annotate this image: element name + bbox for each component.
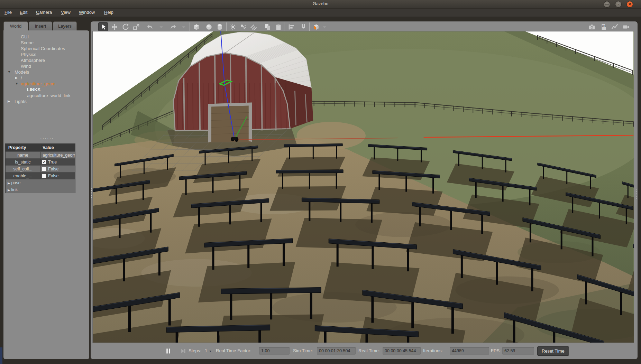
property-value: ✓True	[40, 159, 75, 165]
tree-item-agriculture-geom[interactable]: ▼agriculture_geom	[3, 81, 89, 87]
gazebo-window: Gazebo — ▫ ✕ FileEditCameraViewWindowHel…	[0, 0, 641, 364]
pause-button[interactable]	[165, 347, 172, 355]
steps-value[interactable]: 1	[205, 348, 207, 353]
step-icon	[180, 347, 187, 355]
property-table-header: PropertyValue	[6, 144, 75, 151]
insert-sphere-tool[interactable]	[204, 22, 214, 31]
property-value: False	[40, 172, 75, 179]
screenshot-button[interactable]	[587, 22, 597, 31]
tab-insert[interactable]: Insert	[29, 21, 52, 30]
tree-item-label: Models	[15, 69, 29, 75]
tree-item-gui[interactable]: GUI	[3, 34, 89, 40]
table-row-pose[interactable]: ▶ pose	[6, 179, 75, 186]
tree-item-physics[interactable]: Physics	[3, 52, 89, 58]
tab-layers[interactable]: Layers	[53, 21, 77, 30]
table-row-self_coll[interactable]: self_coll...False	[6, 165, 75, 172]
log-record-button[interactable]: LOG	[599, 22, 608, 31]
checkbox-value-label: True	[48, 159, 57, 165]
real-time-factor-value[interactable]: 1.00	[259, 347, 290, 355]
rotate-tool[interactable]	[121, 22, 130, 31]
paste-button[interactable]	[274, 22, 283, 31]
scale-tool[interactable]	[131, 22, 141, 31]
chevron-right-icon[interactable]: ▶	[15, 76, 18, 80]
undo-history-dropdown[interactable]	[158, 22, 163, 31]
close-icon[interactable]: ✕	[626, 1, 633, 8]
right-splitter-handle[interactable]	[636, 189, 637, 199]
table-row-name[interactable]: nameagriculture_geom	[6, 151, 75, 158]
select-icon	[100, 24, 107, 31]
table-row-enable_[interactable]: enable_...False	[6, 172, 75, 179]
insert-box-tool[interactable]	[192, 22, 201, 31]
video-icon	[622, 23, 630, 31]
step-button[interactable]	[180, 347, 187, 355]
menu-window[interactable]: Window	[79, 10, 95, 15]
reset-time-button[interactable]: Reset Time	[537, 346, 569, 356]
steps-label: Steps:	[189, 348, 201, 353]
checkbox-unchecked-icon[interactable]	[42, 167, 46, 171]
tree-item--[interactable]: ▶/	[3, 75, 89, 81]
undo-button[interactable]	[145, 22, 155, 31]
tree-item-scene[interactable]: Scene	[3, 40, 89, 46]
toolbar-separator	[260, 22, 260, 31]
copy-button[interactable]	[263, 22, 273, 31]
group-row-label: ▶ link	[6, 186, 75, 193]
redo-button[interactable]	[168, 22, 178, 31]
pause-icon	[165, 347, 172, 355]
align-tool[interactable]	[286, 22, 296, 31]
minimize-icon[interactable]: —	[604, 1, 610, 8]
toolbar-separator	[190, 22, 190, 31]
directional-light-icon	[250, 23, 257, 31]
panel-splitter-handle[interactable]: ······	[39, 137, 55, 140]
menu-edit[interactable]: Edit	[20, 10, 27, 15]
viewport-3d-scene[interactable]	[92, 31, 634, 343]
tree-item-spherical-coordinates[interactable]: Spherical Coordinates	[3, 46, 89, 52]
tree-item-atmosphere[interactable]: Atmosphere	[3, 58, 89, 64]
tab-world[interactable]: World	[3, 21, 28, 31]
fps-label: FPS:	[491, 348, 501, 353]
menu-camera[interactable]: Camera	[36, 10, 52, 15]
tree-item-label: LINKS	[27, 87, 40, 92]
checkbox-unchecked-icon[interactable]	[42, 174, 46, 178]
menu-view[interactable]: View	[61, 10, 71, 15]
snap-tool[interactable]	[299, 22, 308, 31]
chevron-down-icon[interactable]: ▼	[15, 82, 18, 85]
chevron-right-icon[interactable]: ▶	[8, 188, 10, 192]
tree-item-label: agriculture_world_link	[27, 93, 71, 98]
maximize-icon[interactable]: ▫	[615, 1, 622, 8]
iterations-label: Iterations:	[423, 348, 443, 353]
tree-item-wind[interactable]: Wind	[3, 64, 89, 69]
insert-cylinder-tool[interactable]	[215, 22, 225, 31]
tree-item-models[interactable]: ▼Models	[3, 69, 89, 75]
left-splitter-handle[interactable]	[91, 188, 92, 198]
tree-item-label: Spherical Coordinates	[21, 46, 65, 51]
table-row-link[interactable]: ▶ link	[6, 186, 75, 193]
directional-light-tool[interactable]	[249, 22, 258, 31]
tree-item-label: Wind	[21, 64, 31, 69]
property-name: is_static	[6, 159, 40, 165]
steps-dropdown-icon[interactable]: ▼	[209, 350, 212, 353]
tree-item-lights[interactable]: ▶Lights	[3, 99, 89, 105]
spot-light-tool[interactable]	[238, 22, 248, 31]
point-light-tool[interactable]	[228, 22, 238, 31]
title-bar[interactable]: Gazebo — ▫ ✕	[0, 0, 641, 8]
menu-file[interactable]: File	[4, 10, 12, 15]
checkbox-checked-icon[interactable]: ✓	[42, 160, 46, 164]
video-record-button[interactable]	[621, 22, 631, 31]
plot-button[interactable]	[610, 22, 620, 31]
translate-tool[interactable]	[110, 22, 119, 31]
copy-icon	[264, 23, 272, 31]
tree-item-agriculture-world-link[interactable]: agriculture_world_link	[3, 93, 89, 99]
view-angle-tool[interactable]	[311, 22, 321, 31]
view-angle-dropdown[interactable]	[321, 22, 326, 31]
tree-item-links[interactable]: LINKS	[3, 87, 89, 93]
chevron-right-icon[interactable]: ▶	[8, 100, 10, 103]
chevron-down-icon[interactable]: ▼	[8, 70, 11, 74]
menu-bar: FileEditCameraViewWindowHelp	[0, 9, 641, 17]
undo-icon	[146, 23, 154, 31]
property-value: False	[40, 166, 75, 172]
select-tool[interactable]	[98, 22, 108, 31]
chevron-right-icon[interactable]: ▶	[8, 181, 10, 185]
redo-history-dropdown[interactable]	[181, 22, 185, 31]
menu-help[interactable]: Help	[104, 10, 113, 15]
table-row-is_static[interactable]: is_static✓True	[6, 158, 75, 165]
